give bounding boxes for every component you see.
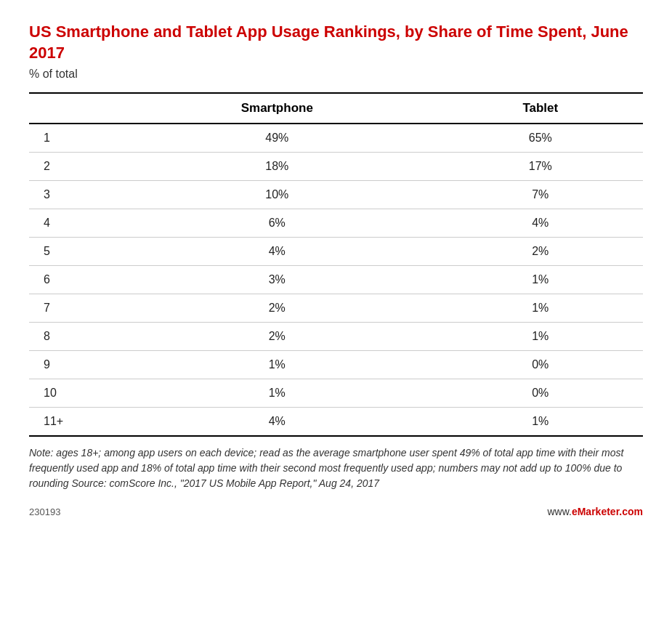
cell-smartphone: 3% (116, 266, 438, 294)
cell-smartphone: 6% (116, 209, 438, 238)
footer-brand: www.eMarketer.com (547, 506, 643, 517)
cell-smartphone: 1% (116, 379, 438, 408)
cell-rank: 5 (29, 238, 116, 266)
cell-smartphone: 10% (116, 181, 438, 209)
footer-id: 230193 (29, 506, 60, 517)
chart-title: US Smartphone and Tablet App Usage Ranki… (29, 22, 643, 63)
column-header-rank (29, 93, 116, 124)
cell-tablet: 17% (438, 153, 643, 181)
table-row: 63%1% (29, 266, 643, 294)
cell-smartphone: 18% (116, 153, 438, 181)
column-header-tablet: Tablet (438, 93, 643, 124)
cell-smartphone: 2% (116, 294, 438, 323)
cell-rank: 4 (29, 209, 116, 238)
cell-rank: 7 (29, 294, 116, 323)
table-header-row: Smartphone Tablet (29, 93, 643, 124)
cell-rank: 1 (29, 124, 116, 153)
cell-smartphone: 4% (116, 408, 438, 437)
table-row: 54%2% (29, 238, 643, 266)
cell-rank: 3 (29, 181, 116, 209)
cell-rank: 11+ (29, 408, 116, 437)
data-table: Smartphone Tablet 149%65%218%17%310%7%46… (29, 92, 643, 437)
cell-tablet: 65% (438, 124, 643, 153)
cell-tablet: 1% (438, 266, 643, 294)
table-row: 310%7% (29, 181, 643, 209)
footer-brand-name: eMarketer (572, 506, 619, 517)
cell-tablet: 1% (438, 408, 643, 437)
cell-rank: 9 (29, 351, 116, 379)
table-row: 46%4% (29, 209, 643, 238)
cell-tablet: 1% (438, 294, 643, 323)
cell-tablet: 0% (438, 351, 643, 379)
table-row: 218%17% (29, 153, 643, 181)
cell-smartphone: 2% (116, 323, 438, 351)
footer-brand-prefix: www. (547, 506, 571, 517)
cell-smartphone: 49% (116, 124, 438, 153)
footer: 230193 www.eMarketer.com (29, 506, 643, 517)
cell-smartphone: 4% (116, 238, 438, 266)
cell-smartphone: 1% (116, 351, 438, 379)
cell-rank: 2 (29, 153, 116, 181)
cell-rank: 10 (29, 379, 116, 408)
cell-tablet: 0% (438, 379, 643, 408)
chart-subtitle: % of total (29, 68, 643, 81)
table-row: 149%65% (29, 124, 643, 153)
table-row: 82%1% (29, 323, 643, 351)
cell-tablet: 2% (438, 238, 643, 266)
cell-tablet: 4% (438, 209, 643, 238)
cell-rank: 6 (29, 266, 116, 294)
cell-rank: 8 (29, 323, 116, 351)
table-row: 72%1% (29, 294, 643, 323)
note-text: Note: ages 18+; among app users on each … (29, 445, 643, 491)
column-header-smartphone: Smartphone (116, 93, 438, 124)
cell-tablet: 7% (438, 181, 643, 209)
cell-tablet: 1% (438, 323, 643, 351)
table-row: 91%0% (29, 351, 643, 379)
table-row: 11+4%1% (29, 408, 643, 437)
footer-brand-suffix: .com (619, 506, 643, 517)
table-row: 101%0% (29, 379, 643, 408)
